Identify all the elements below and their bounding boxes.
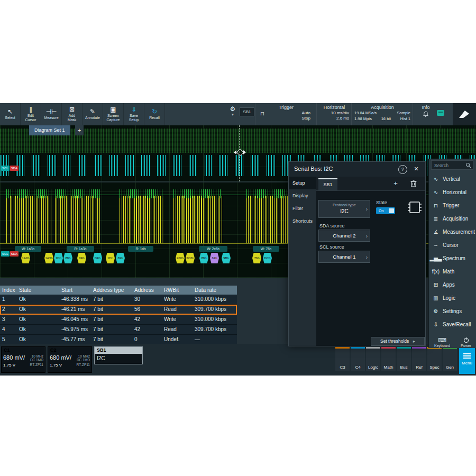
help-button[interactable]: ? bbox=[398, 165, 407, 174]
annotate-icon: ✎ bbox=[90, 108, 95, 115]
acquisition-status-block[interactable]: Acquisition 19.84 MSa/s Sample 1.98 Mpts… bbox=[351, 103, 413, 125]
channel-button-c3[interactable]: C3 bbox=[335, 347, 350, 371]
sidebar-item-label: Apps bbox=[443, 282, 455, 288]
toolbar-button-annotate[interactable]: ✎Annotate bbox=[83, 103, 103, 125]
sidebar-items: ∿Vertical∿Horizontal⊓Trigger≣Acquisition… bbox=[429, 172, 476, 331]
sidebar-item-spectrum[interactable]: ▂▅▃Spectrum bbox=[429, 252, 476, 265]
sidebar-item-label: Acquisition bbox=[443, 216, 468, 222]
info-block[interactable]: Info bbox=[413, 103, 438, 125]
recall-icon: ↻ bbox=[152, 108, 157, 115]
horizontal-status-block[interactable]: Horizontal 10 ms/div 2.6 ms bbox=[316, 103, 352, 125]
sidebar-item-apps[interactable]: ⊞Apps bbox=[429, 278, 476, 291]
channel-badge-c1[interactable]: C1 680 mV/ 10 MHz DC 1MΩ 1.75 V RT-ZP11 bbox=[1, 346, 45, 373]
channel-button-gen[interactable]: Gen bbox=[443, 347, 457, 371]
decode-bubble: DCh bbox=[263, 253, 272, 263]
state-toggle[interactable]: On bbox=[376, 207, 395, 214]
bell-icon[interactable] bbox=[423, 111, 429, 117]
toolbar-button-screen-capture[interactable]: ▣Screen Capture bbox=[103, 103, 124, 125]
power-button[interactable]: Power bbox=[461, 337, 471, 347]
decode-bubble: 1Dh bbox=[106, 253, 115, 263]
channel-button-c4[interactable]: C4 bbox=[351, 347, 365, 371]
toolbar-button-measure[interactable]: ⊣⊢Measure bbox=[41, 103, 62, 125]
vertical-icon: ∿ bbox=[429, 176, 443, 182]
delete-bus-icon[interactable] bbox=[408, 179, 419, 188]
close-icon[interactable]: × bbox=[411, 164, 421, 173]
gear-icon[interactable]: ⚙ bbox=[227, 105, 238, 113]
table-row[interactable]: 3Ok-46.045 ms7 bit42Write310.000 kbps bbox=[0, 315, 237, 325]
set-thresholds-button[interactable]: Set thresholds ▸ bbox=[371, 337, 425, 346]
state-toggle-value: On bbox=[379, 207, 383, 214]
channel-button-ref[interactable]: Ref bbox=[412, 347, 426, 371]
sidebar-item-acquisition[interactable]: ≣Acquisition bbox=[429, 212, 476, 225]
dialog-tab-display[interactable]: Display bbox=[289, 189, 316, 202]
toolbar-button-recall[interactable]: ↻Recall bbox=[144, 103, 165, 125]
toolbar-button-label: Edit Cursor bbox=[25, 114, 36, 122]
channel-button-spec[interactable]: Spec bbox=[427, 347, 442, 371]
sidebar-item-logic[interactable]: ▥Logic bbox=[429, 291, 476, 305]
add-bus-button[interactable]: + bbox=[389, 178, 402, 189]
burst-segment bbox=[55, 196, 100, 243]
measurement-icon: ∡ bbox=[429, 229, 443, 235]
keyboard-icon: ⌨ bbox=[438, 337, 446, 343]
bus-badge-sb1-header: SB1 bbox=[95, 347, 142, 354]
toolbar-button-edit-cursor[interactable]: ∥Edit Cursor bbox=[21, 103, 41, 125]
toolbar-button-add-mask[interactable]: ⊠Add Mask bbox=[62, 103, 83, 125]
channel-button-bus[interactable]: Bus bbox=[397, 347, 411, 371]
toolbar-button-save-setup[interactable]: ⇓Save Setup bbox=[124, 103, 144, 125]
bus-badge-sb1[interactable]: SB1 I2C bbox=[94, 346, 143, 364]
toolbar-button-select[interactable]: ↖Select bbox=[0, 103, 21, 125]
sidebar-item-horizontal[interactable]: ∿Horizontal bbox=[429, 186, 476, 199]
menu-button[interactable]: Menu bbox=[459, 345, 475, 374]
table-row[interactable]: 1Ok-46.338 ms7 bit30Write310.000 kbps bbox=[0, 295, 237, 305]
tab-sb1[interactable]: SB1 bbox=[318, 178, 337, 190]
apps-icon: ⊞ bbox=[429, 282, 443, 288]
status-display-icon bbox=[437, 110, 444, 116]
dialog-tab-setup[interactable]: Setup bbox=[289, 177, 316, 189]
trigger-source-chip[interactable]: SB1 bbox=[240, 107, 254, 116]
spectrum-icon: ▂▅▃ bbox=[429, 255, 443, 261]
sda-source-label: SDA source bbox=[319, 223, 345, 228]
toolbar-buttons: ↖Select∥Edit Cursor⊣⊢Measure⊠Add Mask✎An… bbox=[0, 103, 165, 125]
signal-chip-sda: SDA bbox=[10, 166, 19, 171]
acquisition-bits: 16 bit bbox=[381, 116, 391, 122]
dialog-title-bar[interactable]: Serial Bus: I2C ? × bbox=[289, 162, 425, 177]
channel-button-math[interactable]: Math bbox=[381, 347, 396, 371]
trigger-status-block[interactable]: Trigger ⊓ Auto Stop bbox=[255, 103, 317, 125]
column-header: Address bbox=[132, 286, 162, 295]
search-input[interactable] bbox=[433, 161, 466, 170]
trigger-mode: Auto bbox=[269, 111, 310, 116]
chevron-down-icon[interactable]: ▼ bbox=[227, 113, 238, 117]
sidebar-item-settings[interactable]: ⚙Settings bbox=[429, 305, 476, 318]
sidebar-item-measurement[interactable]: ∡Measurement bbox=[429, 225, 476, 239]
table-row[interactable]: 2Ok-46.21 ms7 bit56Read309.700 kbps bbox=[0, 305, 237, 315]
toolbar-button-label: Screen Capture bbox=[107, 114, 120, 122]
decode-results-table: IndexStateStartAddress typeAddressRWBitD… bbox=[0, 286, 237, 345]
search-box[interactable] bbox=[431, 160, 473, 170]
add-diagram-button[interactable]: + bbox=[75, 125, 84, 135]
dialog-tab-filter[interactable]: Filter bbox=[289, 202, 316, 215]
sidebar-item-trigger[interactable]: ⊓Trigger bbox=[429, 199, 476, 212]
sidebar-item-save-recall[interactable]: ⇩Save/Recall bbox=[429, 318, 476, 331]
scl-source-dropdown[interactable]: Channel 1 › bbox=[318, 251, 370, 263]
save-recall-icon: ⇩ bbox=[429, 322, 443, 327]
decode-frame-label: W: 1a3h bbox=[15, 246, 41, 252]
keyboard-button[interactable]: ⌨ Keyboard bbox=[434, 337, 450, 347]
sb1-protocol: I2C bbox=[95, 354, 142, 361]
sidebar-item-vertical[interactable]: ∿Vertical bbox=[429, 172, 476, 186]
table-cell: 42 bbox=[132, 325, 162, 334]
sidebar-item-math[interactable]: f(x)Math bbox=[429, 265, 476, 278]
sda-source-dropdown[interactable]: Channel 2 › bbox=[318, 230, 370, 242]
table-row[interactable]: 4Ok-45.975 ms7 bit42Read309.700 kbps bbox=[0, 325, 237, 335]
channel-button-logic[interactable]: Logic bbox=[366, 347, 380, 371]
toolbar-settings-group[interactable]: ⚙ ▼ bbox=[227, 105, 238, 117]
table-cell: -45.77 ms bbox=[59, 335, 91, 344]
sidebar-item-label: Vertical bbox=[443, 176, 460, 182]
toolbar-button-label: Measure bbox=[44, 116, 58, 120]
channel-badge-c2[interactable]: C2 680 mV/ 10 MHz DC 1MΩ 1.75 V RT-ZP11 bbox=[48, 346, 92, 373]
sidebar-item-label: Horizontal bbox=[443, 189, 466, 195]
protocol-type-dropdown[interactable]: Protocol type I2C › bbox=[318, 200, 370, 218]
signal-chip-sda: SDA bbox=[10, 251, 19, 257]
tab-diagram-set-1[interactable]: Diagram Set 1 bbox=[29, 125, 70, 135]
sidebar-item-cursor[interactable]: ∼Cursor bbox=[429, 239, 476, 252]
dialog-tab-shortcuts[interactable]: Shortcuts bbox=[289, 215, 316, 227]
